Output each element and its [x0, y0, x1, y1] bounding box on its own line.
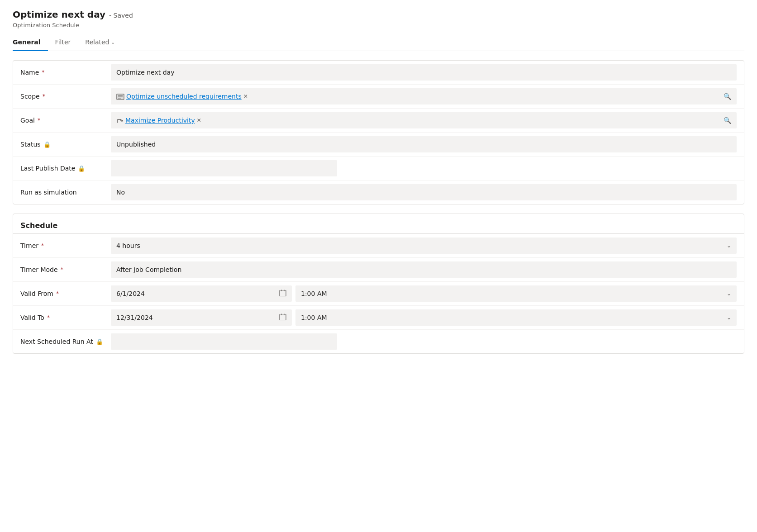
- value-name[interactable]: Optimize next day: [111, 64, 737, 81]
- scope-tag-icon: [116, 92, 126, 101]
- valid-to-time-input[interactable]: 1:00 AM ⌄: [295, 309, 737, 326]
- label-valid-to: Valid To *: [20, 314, 111, 321]
- field-row-next-scheduled-run: Next Scheduled Run At 🔒: [13, 330, 744, 353]
- tabs-bar: General Filter Related ⌄: [13, 34, 744, 51]
- label-goal: Goal *: [20, 117, 111, 124]
- required-star-timer-mode: *: [61, 266, 63, 273]
- required-star-scope: *: [43, 93, 45, 100]
- label-last-publish-date: Last Publish Date 🔒: [20, 165, 111, 172]
- value-goal[interactable]: Maximize Productivity ✕ 🔍: [111, 112, 737, 128]
- field-row-status: Status 🔒 Unpublished: [13, 133, 744, 157]
- value-timer[interactable]: 4 hours ⌄: [111, 238, 737, 254]
- tab-related[interactable]: Related ⌄: [78, 34, 122, 51]
- page-subtitle: Optimization Schedule: [13, 22, 744, 28]
- field-row-valid-from: Valid From * 6/1/2024: [13, 282, 744, 306]
- field-row-name: Name * Optimize next day: [13, 61, 744, 85]
- scope-clear-button[interactable]: ✕: [243, 93, 248, 100]
- value-valid-from: 6/1/2024 1:00 AM ⌄: [111, 285, 737, 302]
- next-scheduled-lock-icon: 🔒: [96, 338, 103, 345]
- label-timer: Timer *: [20, 242, 111, 249]
- svg-rect-5: [280, 290, 286, 296]
- required-star-valid-to: *: [47, 314, 50, 321]
- page-title: Optimize next day: [13, 9, 105, 20]
- label-timer-mode: Timer Mode *: [20, 266, 111, 273]
- scope-link[interactable]: Optimize unscheduled requirements: [126, 93, 242, 100]
- field-row-last-publish-date: Last Publish Date 🔒: [13, 157, 744, 180]
- goal-link[interactable]: Maximize Productivity: [125, 117, 195, 124]
- valid-to-calendar-icon[interactable]: [279, 314, 286, 322]
- required-star-name: *: [42, 69, 44, 76]
- status-lock-icon: 🔒: [43, 141, 51, 148]
- schedule-section-card: Schedule Timer * 4 hours ⌄ Timer Mode *: [13, 214, 744, 354]
- general-section-card: Name * Optimize next day Scope *: [13, 60, 744, 204]
- valid-to-time-chevron-icon: ⌄: [727, 314, 731, 321]
- schedule-form: Timer * 4 hours ⌄ Timer Mode * After Job…: [13, 234, 744, 353]
- valid-from-date-input[interactable]: 6/1/2024: [111, 285, 292, 302]
- field-row-valid-to: Valid To * 12/31/2024: [13, 306, 744, 330]
- value-valid-to: 12/31/2024 1:00 AM ⌄: [111, 309, 737, 326]
- label-next-scheduled-run: Next Scheduled Run At 🔒: [20, 338, 111, 345]
- page-saved-label: - Saved: [109, 12, 133, 19]
- timer-chevron-icon: ⌄: [727, 242, 731, 249]
- value-scope[interactable]: Optimize unscheduled requirements ✕ 🔍: [111, 88, 737, 104]
- field-row-timer: Timer * 4 hours ⌄: [13, 234, 744, 258]
- required-star-goal: *: [38, 117, 40, 124]
- valid-from-time-input[interactable]: 1:00 AM ⌄: [295, 285, 737, 302]
- svg-rect-9: [280, 314, 286, 320]
- content-area: Name * Optimize next day Scope *: [0, 51, 757, 372]
- chevron-down-icon: ⌄: [111, 40, 114, 45]
- tab-filter[interactable]: Filter: [48, 34, 78, 51]
- value-last-publish-date: [111, 160, 337, 176]
- label-valid-from: Valid From *: [20, 290, 111, 297]
- value-next-scheduled-run: [111, 333, 337, 350]
- goal-tag-icon: [116, 116, 125, 125]
- tab-general[interactable]: General: [13, 34, 48, 51]
- value-status: Unpublished: [111, 136, 737, 152]
- scope-search-icon[interactable]: 🔍: [724, 93, 731, 100]
- field-row-goal: Goal * Maximize Productivity ✕ 🔍: [13, 109, 744, 133]
- goal-search-icon[interactable]: 🔍: [724, 117, 731, 124]
- valid-from-time-chevron-icon: ⌄: [727, 290, 731, 297]
- field-row-timer-mode: Timer Mode * After Job Completion: [13, 258, 744, 282]
- label-status: Status 🔒: [20, 141, 111, 148]
- last-publish-lock-icon: 🔒: [78, 165, 85, 172]
- value-run-as-simulation[interactable]: No: [111, 184, 737, 200]
- required-star-timer: *: [41, 242, 44, 249]
- page-header: Optimize next day - Saved Optimization S…: [0, 0, 757, 51]
- general-form: Name * Optimize next day Scope *: [13, 61, 744, 204]
- field-row-scope: Scope * Optimize unscheduled requiremen: [13, 85, 744, 109]
- label-scope: Scope *: [20, 93, 111, 100]
- label-run-as-simulation: Run as simulation: [20, 189, 111, 196]
- required-star-valid-from: *: [56, 290, 59, 297]
- valid-to-date-input[interactable]: 12/31/2024: [111, 309, 292, 326]
- value-timer-mode[interactable]: After Job Completion: [111, 261, 737, 278]
- valid-from-calendar-icon[interactable]: [279, 290, 286, 298]
- field-row-run-as-simulation: Run as simulation No: [13, 180, 744, 204]
- label-name: Name *: [20, 69, 111, 76]
- goal-clear-button[interactable]: ✕: [197, 117, 201, 124]
- schedule-section-title: Schedule: [13, 214, 744, 233]
